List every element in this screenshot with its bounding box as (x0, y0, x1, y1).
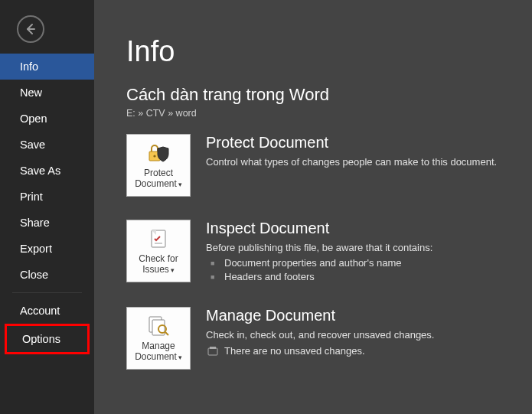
svg-rect-9 (208, 348, 217, 355)
sidebar-divider (12, 292, 82, 293)
svg-point-2 (153, 155, 155, 157)
document-search-icon (147, 315, 170, 337)
manage-status: There are no unsaved changes. (206, 345, 434, 357)
protect-desc: Control what types of changes people can… (206, 156, 497, 168)
back-button[interactable] (17, 15, 44, 43)
inspect-desc: Before publishing this file, be aware th… (206, 242, 432, 253)
sidebar-item-close[interactable]: Close (0, 262, 94, 288)
back-arrow-icon (24, 23, 37, 35)
svg-line-8 (165, 332, 168, 335)
sidebar-item-save-as[interactable]: Save As (0, 158, 94, 184)
document-path: E: » CTV » word (126, 108, 532, 119)
backstage-sidebar: Info New Open Save Save As Print Share E… (0, 0, 94, 414)
protect-tile-label: Protect Document▾ (135, 168, 182, 190)
manage-document-section: Manage Document▾ Manage Document Check i… (126, 307, 532, 370)
checklist-icon (149, 227, 168, 250)
document-title: Cách dàn trang trong Word (126, 85, 532, 105)
info-panel: Info Cách dàn trang trong Word E: » CTV … (94, 0, 532, 414)
lock-shield-icon (147, 142, 170, 165)
options-highlight-box: Options (5, 324, 90, 354)
sidebar-item-options[interactable]: Options (7, 326, 87, 352)
sidebar-item-open[interactable]: Open (0, 106, 94, 132)
svg-rect-10 (210, 347, 216, 349)
inspect-document-section: Check for Issues▾ Inspect Document Befor… (126, 220, 532, 284)
unsaved-icon (207, 346, 218, 357)
inspect-item: Document properties and author's name (206, 256, 432, 270)
inspect-title: Inspect Document (206, 220, 432, 237)
sidebar-item-export[interactable]: Export (0, 236, 94, 262)
protect-document-tile[interactable]: Protect Document▾ (126, 134, 191, 197)
sidebar-item-share[interactable]: Share (0, 210, 94, 236)
manage-document-tile[interactable]: Manage Document▾ (126, 307, 191, 370)
inspect-items-list: Document properties and author's name He… (206, 256, 432, 284)
protect-title: Protect Document (206, 134, 497, 152)
sidebar-item-new[interactable]: New (0, 80, 94, 106)
sidebar-item-info[interactable]: Info (0, 54, 94, 80)
sidebar-item-save[interactable]: Save (0, 132, 94, 158)
manage-tile-label: Manage Document▾ (135, 341, 182, 363)
protect-document-section: Protect Document▾ Protect Document Contr… (126, 134, 532, 197)
inspect-item: Headers and footers (206, 270, 432, 284)
check-for-issues-tile[interactable]: Check for Issues▾ (126, 220, 191, 282)
manage-title: Manage Document (206, 307, 434, 324)
sidebar-item-print[interactable]: Print (0, 184, 94, 210)
inspect-tile-label: Check for Issues▾ (139, 253, 178, 275)
manage-desc: Check in, check out, and recover unsaved… (206, 329, 434, 341)
sidebar-item-account[interactable]: Account (0, 298, 94, 324)
page-title: Info (126, 35, 532, 68)
